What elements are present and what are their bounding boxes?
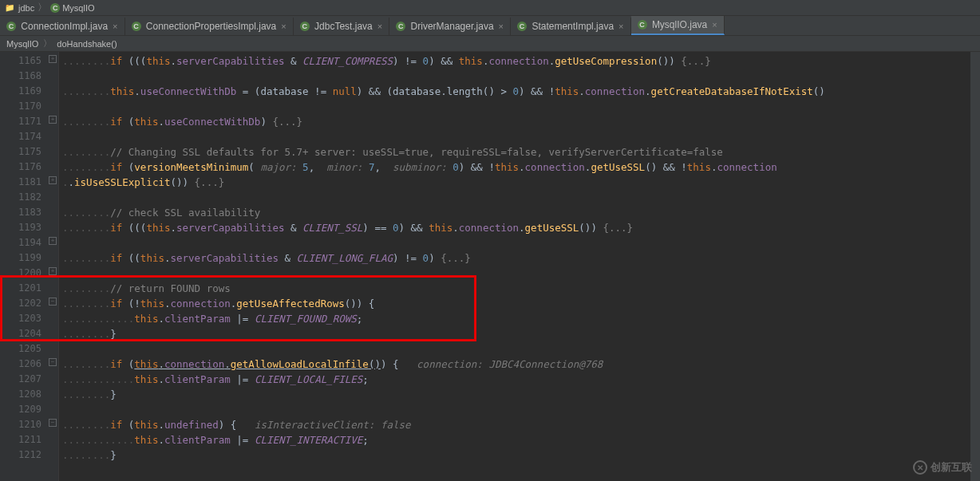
nav-class[interactable]: MysqlIO xyxy=(50,3,94,13)
watermark: ✕ 创新互联 xyxy=(913,460,972,475)
editor-tabs: ConnectionImpl.java× ConnectionPropertie… xyxy=(0,16,980,36)
watermark-text: 创新互联 xyxy=(931,460,972,475)
tab-connectionpropertiesimpl[interactable]: ConnectionPropertiesImpl.java× xyxy=(125,18,294,35)
fold-marker[interactable]: − xyxy=(49,298,57,306)
fold-marker[interactable]: + xyxy=(49,176,57,184)
tab-jdbctest[interactable]: JdbcTest.java× xyxy=(294,18,389,35)
breadcrumb-method[interactable]: doHandshake() xyxy=(57,39,117,49)
class-icon xyxy=(300,22,310,31)
close-icon[interactable]: × xyxy=(499,22,504,31)
class-icon xyxy=(517,22,527,31)
watermark-logo-icon: ✕ xyxy=(913,460,927,475)
nav-folder-label: jdbc xyxy=(18,3,34,13)
class-icon xyxy=(50,3,60,13)
close-icon[interactable]: × xyxy=(113,22,117,31)
editor-area: 1165116811691170117111741175117611811182… xyxy=(0,52,980,481)
fold-column: + + + + + − − − xyxy=(48,52,59,481)
code-editor[interactable]: ........if (((this.serverCapabilities & … xyxy=(59,52,980,481)
nav-class-label: MysqlIO xyxy=(62,3,94,13)
fold-marker[interactable]: − xyxy=(49,358,57,366)
navigation-bar: jdbc 〉 MysqlIO xyxy=(0,0,980,16)
fold-marker[interactable]: + xyxy=(49,267,57,275)
fold-marker[interactable]: + xyxy=(49,55,57,63)
tab-drivermanager[interactable]: DriverManager.java× xyxy=(389,18,511,35)
fold-marker[interactable]: − xyxy=(49,419,57,427)
nav-folder[interactable]: jdbc xyxy=(5,2,34,14)
chevron-right-icon: 〉 xyxy=(43,37,52,49)
class-icon xyxy=(132,22,141,31)
breadcrumb: MysqlIO 〉 doHandshake() xyxy=(0,36,980,52)
line-gutter: 1165116811691170117111741175117611811182… xyxy=(0,52,48,481)
nav-separator: 〉 xyxy=(38,1,47,14)
tab-connectionimpl[interactable]: ConnectionImpl.java× xyxy=(0,18,125,35)
breadcrumb-class[interactable]: MysqlIO xyxy=(6,39,38,49)
class-icon xyxy=(638,20,647,30)
scrollbar[interactable] xyxy=(970,52,980,481)
close-icon[interactable]: × xyxy=(712,20,717,30)
close-icon[interactable]: × xyxy=(377,22,382,31)
tab-mysqlio[interactable]: MysqlIO.java× xyxy=(631,16,725,35)
close-icon[interactable]: × xyxy=(281,22,286,31)
class-icon xyxy=(6,22,16,31)
tab-statementimpl[interactable]: StatementImpl.java× xyxy=(511,18,631,35)
folder-icon xyxy=(5,2,16,14)
fold-marker[interactable]: + xyxy=(49,237,57,245)
class-icon xyxy=(396,22,405,31)
close-icon[interactable]: × xyxy=(618,22,623,31)
fold-marker[interactable]: + xyxy=(49,116,57,124)
